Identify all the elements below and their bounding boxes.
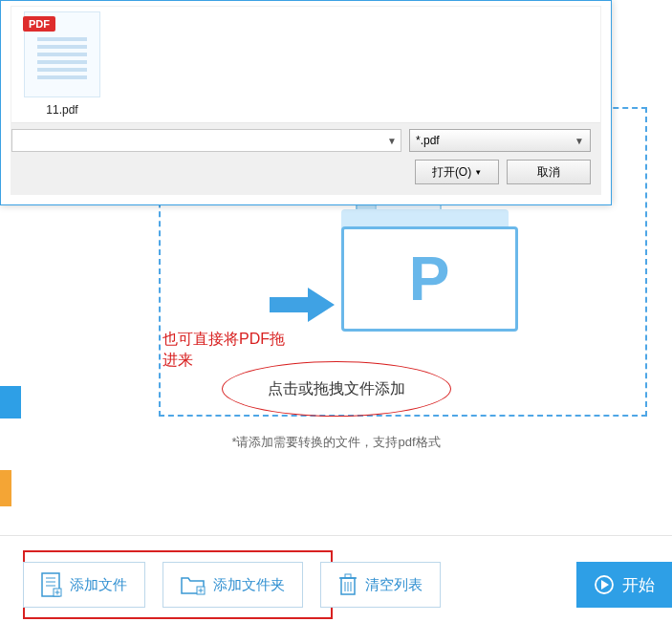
folder-plus-icon [181,574,206,595]
file-filter-select[interactable]: *.pdf ▼ [409,129,591,152]
trash-icon [338,573,358,596]
file-name-label: 11.pdf [19,103,105,117]
dialog-body: PDF 11.pdf ▼ *.pdf ▼ 打开(O) ▼ [11,6,601,195]
add-file-button[interactable]: 添加文件 [23,562,145,608]
bottom-toolbar: 添加文件 添加文件夹 清空列表 开始 [23,562,672,608]
left-tab-active[interactable] [0,386,21,418]
pdf-badge: PDF [23,16,55,32]
file-open-dialog: PDF 11.pdf ▼ *.pdf ▼ 打开(O) ▼ [0,0,612,205]
file-thumbnail[interactable]: PDF 11.pdf [19,11,105,117]
left-tab-secondary[interactable] [0,470,11,506]
start-button[interactable]: 开始 [576,562,672,608]
pdf-file-icon: PDF [24,11,100,97]
folder-illustration: P [270,190,537,343]
cancel-button[interactable]: 取消 [507,160,591,184]
file-plus-icon [41,572,62,597]
click-drag-callout: 点击或拖拽文件添加 [222,361,451,417]
pdf-lines-icon [37,37,87,79]
open-button[interactable]: 打开(O) ▼ [415,160,499,184]
chevron-down-icon: ▼ [387,136,397,146]
chevron-down-icon: ▼ [574,136,584,146]
svg-marker-0 [270,288,335,322]
play-circle-icon [594,574,615,595]
filter-value: *.pdf [416,134,440,147]
divider [0,535,672,536]
svg-marker-18 [601,580,609,590]
clear-list-button[interactable]: 清空列表 [320,562,441,608]
format-hint: *请添加需要转换的文件，支持pdf格式 [0,434,672,451]
filename-input[interactable]: ▼ [11,129,401,152]
drag-instruction-text: 也可直接将PDF拖 进来 [163,329,285,371]
chevron-down-icon: ▼ [474,168,482,177]
arrow-right-icon [270,286,336,324]
app-logo-letter: P [409,244,450,314]
dialog-footer: ▼ *.pdf ▼ 打开(O) ▼ 取消 [11,122,600,194]
add-folder-button[interactable]: 添加文件夹 [163,562,303,608]
